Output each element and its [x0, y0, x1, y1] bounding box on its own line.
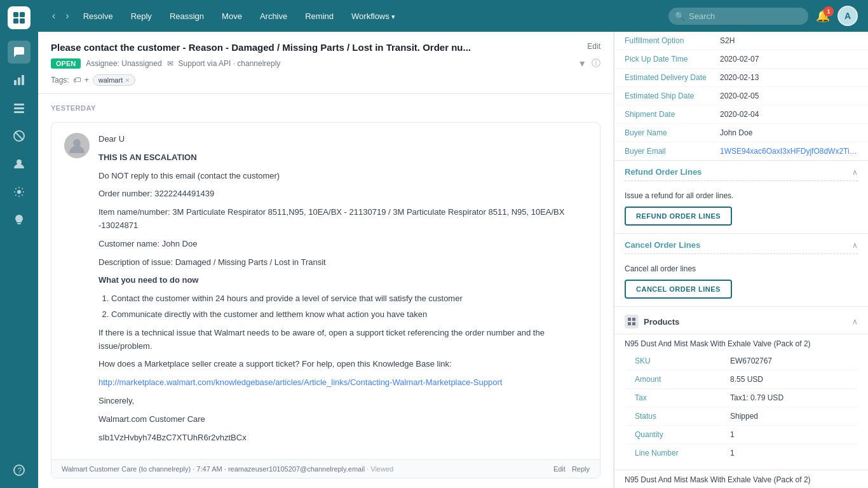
sidebar-item-contacts[interactable] — [8, 97, 31, 119]
greeting: Dear U — [98, 134, 125, 144]
footer-edit-link[interactable]: Edit — [553, 465, 566, 473]
item-label: Item name/number: — [98, 207, 170, 217]
svg-rect-1 — [20, 12, 25, 17]
assignee-text: Assignee: Unassigned — [86, 59, 161, 68]
search-input[interactable] — [668, 8, 808, 25]
products-title: Products — [644, 317, 679, 327]
resolve-button[interactable]: Resolve — [76, 8, 121, 25]
products-icon — [625, 315, 639, 329]
ticket-title: Please contact the customer - Reason - D… — [51, 42, 581, 53]
product-detail-row: Line Number1 — [625, 444, 858, 462]
order-number-label: Order number: — [98, 189, 153, 198]
order-detail-row: Pick Up Date Time2020-02-07 — [614, 50, 868, 69]
step-2: Communicate directly with the customer a… — [111, 308, 587, 322]
order-number-value: 3222244491439 — [154, 189, 214, 198]
svg-point-13 — [17, 190, 21, 194]
products-chevron[interactable]: ∧ — [852, 317, 858, 326]
footer-info: Walmart Customer Care (to channelreply) … — [62, 465, 393, 473]
ticket-main: Please contact the customer - Reason - D… — [38, 32, 614, 488]
footer-links: Edit Reply — [553, 465, 590, 473]
customer-name-line: Customer name: John Doe — [98, 238, 587, 251]
order-detail-row: Estimated Ship Date2020-02-05 — [614, 87, 868, 105]
cancel-button[interactable]: CANCEL ORDER LINES — [625, 280, 732, 299]
refund-button[interactable]: REFUND ORDER LINES — [625, 207, 732, 226]
footer-reply-link[interactable]: Reply — [572, 465, 590, 473]
description-label: Description of issue: — [98, 257, 173, 267]
tag-icon[interactable]: 🏷 — [73, 76, 81, 85]
order-detail-label: Estimated Delivery Date — [625, 73, 720, 82]
refund-title: Refund Order Lines — [625, 167, 702, 177]
sender-avatar — [64, 133, 90, 158]
filter-icon[interactable]: ▼ — [578, 58, 587, 69]
product-detail-value: 1 — [730, 449, 848, 458]
message-text: Dear U THIS IS AN ESCALATION Do NOT repl… — [98, 133, 587, 444]
refund-section-header[interactable]: Refund Order Lines ∧ — [614, 161, 868, 180]
move-button[interactable]: Move — [214, 8, 250, 25]
reassign-button[interactable]: Reassign — [162, 8, 212, 25]
ticket-meta: OPEN Assignee: Unassigned ✉ Support via … — [51, 58, 600, 69]
notifications-badge: 1 — [824, 6, 834, 17]
order-detail-label: Pick Up Date Time — [625, 55, 720, 64]
svg-rect-5 — [18, 78, 20, 85]
product-name: N95 Dust And Mist Mask With Exhale Valve… — [625, 470, 858, 488]
workflows-button[interactable]: Workflows — [344, 8, 403, 25]
archive-button[interactable]: Archive — [252, 8, 295, 25]
escalation-header: THIS IS AN ESCALATION — [98, 151, 587, 165]
tech-issue-text: If there is a technical issue that Walma… — [98, 327, 587, 353]
order-detail-label: Buyer Email — [625, 147, 720, 156]
remind-button[interactable]: Remind — [297, 8, 341, 25]
sidebar-item-help[interactable]: ? — [8, 459, 31, 482]
app-logo — [8, 6, 31, 29]
channel-text: Support via API · channelreply — [179, 59, 281, 68]
refund-action: Issue a refund for all order lines. REFU… — [614, 186, 868, 233]
user-avatar[interactable]: A — [837, 6, 858, 26]
kb-link[interactable]: http://marketplace.walmart.com/knowledge… — [98, 377, 502, 387]
order-detail-value: 2020-02-04 — [720, 110, 858, 119]
notifications-button[interactable]: 🔔 1 — [811, 6, 835, 25]
sidebar-item-chat[interactable] — [8, 41, 31, 64]
cancel-desc: Cancel all order lines — [625, 264, 858, 273]
product-detail-label: SKU — [635, 356, 730, 365]
ticket-edit-link[interactable]: Edit — [587, 42, 600, 51]
messages-section: YESTERDAY Dear U THIS IS AN E — [38, 94, 613, 488]
order-detail-value[interactable]: 1WSE94xac6OaxI3xHFDyjfO8dWx2Ti1... — [720, 147, 858, 156]
do-not-reply: Do NOT reply to this email (contact the … — [98, 170, 587, 183]
order-detail-row: Shipment Date2020-02-04 — [614, 105, 868, 124]
product-detail-row: Quantity1 — [625, 426, 858, 444]
footer-sender: Walmart Customer Care (to channelreply) — [62, 465, 191, 473]
refund-desc: Issue a refund for all order lines. — [625, 191, 858, 200]
item-line: Item name/number: 3M Particulate Respira… — [98, 206, 587, 233]
info-icon[interactable]: ⓘ — [592, 58, 600, 69]
signature: Walmart.com Customer Care — [98, 413, 587, 426]
sidebar-item-settings[interactable] — [8, 180, 31, 203]
tag-remove[interactable]: × — [125, 76, 129, 84]
svg-rect-0 — [13, 12, 18, 17]
svg-rect-7 — [14, 104, 24, 105]
svg-rect-3 — [20, 18, 25, 24]
signature-id: sIb1VzHvbyh74BzC7XTUhR6r2vhztBCx — [98, 431, 587, 445]
description-value: Damaged / Missing Parts / Lost in Transi… — [175, 257, 326, 267]
cancel-section-header[interactable]: Cancel Order Lines ∧ — [614, 234, 868, 254]
forward-button[interactable]: › — [62, 8, 72, 24]
order-details-section: Fulfillment OptionS2HPick Up Date Time20… — [614, 32, 868, 161]
channel-icon: ✉ — [167, 59, 173, 68]
sidebar-item-users[interactable] — [8, 152, 31, 175]
sidebar-item-blocked[interactable] — [8, 125, 31, 147]
order-detail-label: Estimated Ship Date — [625, 92, 720, 100]
add-tag-icon[interactable]: + — [85, 76, 89, 85]
product-detail-value: 1 — [730, 430, 848, 439]
kb-intro: How does a Marketplace seller create a s… — [98, 358, 587, 371]
svg-rect-20 — [628, 322, 631, 325]
tag-walmart: walmart × — [93, 74, 135, 86]
footer-time: 7:47 AM — [196, 465, 222, 473]
products-header: Products ∧ — [614, 307, 868, 334]
reply-button[interactable]: Reply — [123, 8, 159, 25]
sidebar-item-ideas[interactable] — [8, 208, 31, 231]
svg-rect-4 — [14, 80, 17, 85]
tags-label: Tags: — [51, 76, 69, 85]
back-button[interactable]: ‹ — [48, 8, 59, 24]
customer-name-label: Customer name: — [98, 239, 159, 248]
ticket-header: Please contact the customer - Reason - D… — [38, 32, 613, 94]
date-divider: YESTERDAY — [51, 104, 600, 112]
sidebar-item-reports[interactable] — [8, 69, 31, 92]
